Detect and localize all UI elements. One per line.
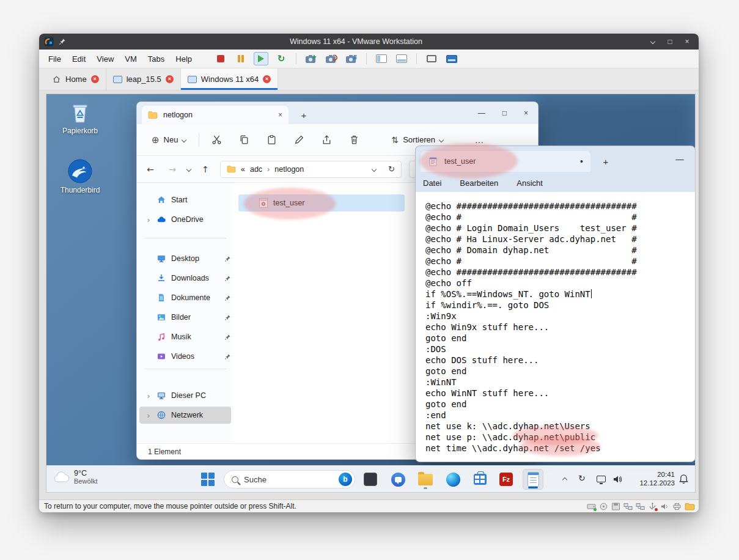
sidebar-item-downloads[interactable]: Downloads bbox=[139, 270, 231, 287]
close-button[interactable]: × bbox=[680, 36, 694, 47]
taskbar-app-dark[interactable] bbox=[360, 469, 381, 490]
menu-tabs[interactable]: Tabs bbox=[142, 51, 170, 67]
breadcrumb-collapse-icon[interactable]: « bbox=[241, 165, 245, 174]
window-menu-button[interactable] bbox=[646, 36, 660, 47]
take-snapshot-button[interactable] bbox=[304, 52, 318, 65]
sidebar-item-start[interactable]: Start bbox=[139, 191, 231, 208]
share-button[interactable] bbox=[316, 130, 337, 150]
fullscreen-button[interactable] bbox=[424, 52, 439, 65]
start-button[interactable] bbox=[197, 469, 218, 490]
menu-datei[interactable]: Datei bbox=[423, 179, 441, 188]
weather-widget[interactable]: 9°C Bewölkt bbox=[53, 469, 98, 485]
taskbar-app-filezilla[interactable]: Fz bbox=[496, 469, 517, 490]
menu-file[interactable]: File bbox=[43, 51, 67, 67]
new-tab-button[interactable]: + bbox=[297, 108, 311, 122]
printer-icon[interactable] bbox=[672, 503, 682, 510]
menu-vm[interactable]: VM bbox=[119, 51, 142, 67]
sidebar-item-pictures[interactable]: Bilder bbox=[139, 309, 231, 326]
up-button[interactable]: ↑ bbox=[198, 164, 213, 174]
sidebar-item-desktop[interactable]: Desktop bbox=[139, 250, 231, 267]
desktop-icon-thunderbird[interactable]: Thunderbird bbox=[52, 158, 108, 194]
console-view-button[interactable] bbox=[444, 52, 459, 65]
revert-snapshot-button[interactable] bbox=[324, 52, 339, 65]
new-tab-button[interactable]: + bbox=[599, 155, 612, 168]
paste-button[interactable] bbox=[261, 130, 282, 150]
breadcrumb-item-netlogon[interactable]: netlogon bbox=[274, 165, 304, 174]
power-on-button[interactable] bbox=[254, 52, 268, 65]
close-tab-icon[interactable]: × bbox=[278, 111, 282, 119]
taskbar-app-teams[interactable] bbox=[388, 469, 408, 490]
close-tab-icon[interactable]: × bbox=[91, 75, 99, 83]
address-dropdown-chevron-icon[interactable] bbox=[372, 166, 377, 171]
minimize-button[interactable]: — bbox=[669, 150, 690, 168]
menu-edit[interactable]: Edit bbox=[67, 51, 91, 67]
hidden-icons-chevron-icon[interactable] bbox=[562, 477, 567, 482]
taskbar-app-explorer[interactable] bbox=[415, 469, 436, 490]
sidebar-item-music[interactable]: Musik bbox=[139, 328, 231, 345]
expander-icon[interactable]: › bbox=[145, 411, 152, 420]
menu-view[interactable]: View bbox=[91, 51, 119, 67]
taskbar-app-notepad[interactable] bbox=[523, 469, 543, 490]
volume-tray-icon[interactable] bbox=[612, 474, 622, 484]
rename-button[interactable] bbox=[289, 130, 309, 150]
manage-snapshots-button[interactable] bbox=[344, 52, 359, 65]
notepad-tab-test-user[interactable]: test_user • bbox=[421, 151, 590, 172]
menu-bearbeiten[interactable]: Bearbeiten bbox=[460, 179, 498, 188]
close-button[interactable]: × bbox=[524, 109, 528, 117]
usb-device-icon[interactable] bbox=[648, 503, 657, 510]
taskbar-search[interactable]: Suche b bbox=[224, 470, 355, 488]
sidebar-item-network[interactable]: › Netzwerk bbox=[139, 407, 231, 424]
breadcrumb[interactable]: « adc › netlogon ↻ bbox=[220, 161, 402, 178]
menu-ansicht[interactable]: Ansicht bbox=[517, 179, 543, 188]
thumbnail-bar-button[interactable] bbox=[394, 52, 409, 65]
sidebar-item-this-pc[interactable]: › Dieser PC bbox=[139, 387, 231, 404]
sidebar-item-documents[interactable]: Dokumente bbox=[139, 289, 231, 306]
cd-rom-icon[interactable] bbox=[599, 503, 608, 510]
sound-device-icon[interactable] bbox=[660, 503, 669, 510]
expander-icon[interactable]: › bbox=[145, 215, 152, 224]
reset-button[interactable]: ↻ bbox=[274, 52, 289, 65]
cut-button[interactable] bbox=[206, 130, 227, 150]
pin-icon[interactable] bbox=[59, 38, 66, 45]
taskbar-clock[interactable]: 20:41 12.12.2023 bbox=[627, 470, 675, 487]
network-adapter2-icon[interactable] bbox=[636, 503, 645, 510]
notifications-bell-icon[interactable] bbox=[678, 474, 689, 484]
copy-button[interactable] bbox=[233, 130, 254, 150]
minimize-button[interactable]: — bbox=[478, 109, 485, 117]
suspend-button[interactable] bbox=[233, 52, 248, 65]
power-off-button[interactable] bbox=[213, 52, 228, 65]
maximize-button[interactable]: □ bbox=[502, 109, 507, 117]
recent-locations-chevron-icon[interactable] bbox=[186, 166, 191, 171]
maximize-button[interactable]: □ bbox=[663, 36, 677, 47]
more-options-button[interactable]: … bbox=[470, 134, 488, 145]
library-panel-button[interactable] bbox=[374, 52, 389, 65]
sidebar-item-onedrive[interactable]: › OneDrive bbox=[139, 211, 231, 228]
close-tab-icon[interactable]: × bbox=[263, 75, 271, 83]
desktop-icon-recycle-bin[interactable]: Papierkorb bbox=[52, 99, 108, 135]
network-tray-icon[interactable] bbox=[597, 476, 606, 482]
tab-home[interactable]: Home × bbox=[45, 68, 106, 90]
close-tab-icon[interactable]: × bbox=[166, 75, 174, 83]
taskbar-app-store[interactable] bbox=[469, 469, 490, 490]
sync-tray-icon[interactable]: ↻ bbox=[578, 473, 586, 483]
network-adapter-icon[interactable] bbox=[623, 503, 633, 510]
tab-windows11[interactable]: Windows 11 x64 × bbox=[181, 68, 278, 90]
forward-button[interactable]: → bbox=[165, 164, 180, 174]
refresh-icon[interactable]: ↻ bbox=[388, 164, 395, 174]
vm-screen[interactable]: Papierkorb Thunderbird netlogon × + — bbox=[46, 94, 696, 493]
explorer-tab-netlogon[interactable]: netlogon × bbox=[142, 106, 289, 124]
bing-icon[interactable]: b bbox=[339, 473, 352, 486]
new-item-button[interactable]: ⊕ Neu bbox=[145, 131, 192, 149]
hard-disk-icon[interactable] bbox=[587, 503, 596, 510]
file-row-test-user[interactable]: test_user bbox=[238, 194, 405, 212]
delete-button[interactable] bbox=[344, 130, 364, 150]
tab-leap[interactable]: leap_15.5 × bbox=[106, 68, 181, 90]
notepad-text-area[interactable]: @echo ##################################… bbox=[416, 192, 695, 462]
expander-icon[interactable]: › bbox=[145, 391, 152, 400]
back-button[interactable]: ← bbox=[143, 164, 158, 174]
breadcrumb-item-adc[interactable]: adc bbox=[250, 165, 262, 174]
menu-help[interactable]: Help bbox=[170, 51, 197, 67]
taskbar-app-edge[interactable] bbox=[443, 469, 463, 490]
shared-folder-icon[interactable] bbox=[685, 502, 695, 510]
floppy-icon[interactable] bbox=[611, 503, 620, 510]
